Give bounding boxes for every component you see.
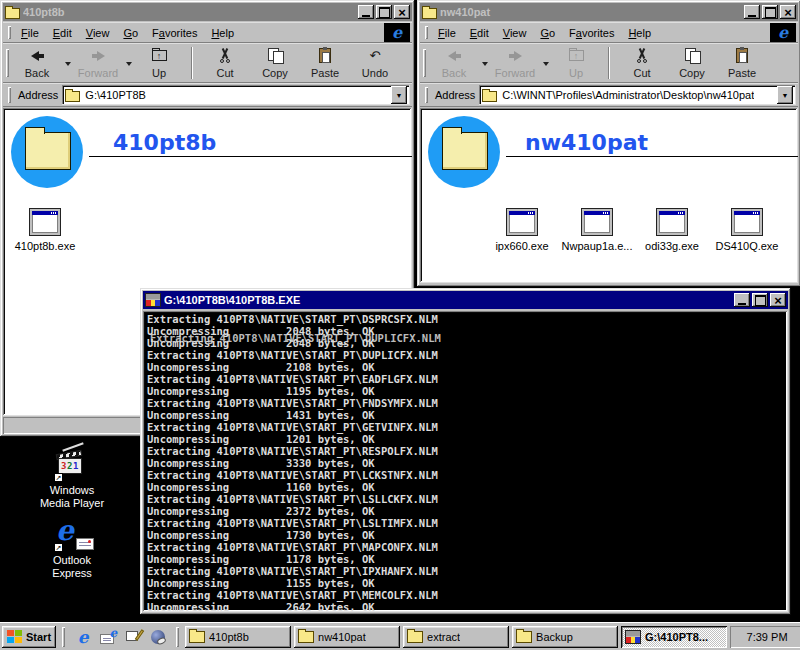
dos-output-line: Uncompressing 2372 bytes, OK xyxy=(147,505,788,517)
taskbar-task-button[interactable]: Backup xyxy=(512,626,618,648)
taskbar-task-button[interactable]: 410pt8b xyxy=(185,626,291,648)
address-bar: Address G:\410PT8B xyxy=(3,83,412,107)
maximize-button[interactable] xyxy=(376,5,392,19)
taskbar-grip[interactable] xyxy=(62,627,65,647)
internet-explorer-icon[interactable] xyxy=(74,628,92,646)
maximize-button[interactable] xyxy=(762,5,778,19)
window-title: G:\410PT8B\410PT8B.EXE xyxy=(164,294,731,306)
menu-item[interactable]: View xyxy=(496,24,534,42)
toolbar-grip[interactable] xyxy=(6,49,9,76)
undo-button[interactable]: Undo xyxy=(350,44,400,82)
shortcut-arrow-icon xyxy=(54,543,63,552)
paste-button[interactable]: Paste xyxy=(717,44,767,82)
menu-item[interactable]: Favorites xyxy=(562,24,621,42)
internet-explorer-logo xyxy=(770,22,796,43)
copy-button[interactable]: Copy xyxy=(250,44,300,82)
menu-item[interactable]: File xyxy=(14,24,46,42)
titlebar[interactable]: nw410pat xyxy=(420,3,798,21)
explorer-window-nw410pat: nw410pat FileEditViewGoFavoritesHelp Bac… xyxy=(417,0,800,287)
file-name: ipx660.exe xyxy=(495,240,548,252)
address-dropdown-button[interactable] xyxy=(391,86,407,104)
menu-item[interactable]: Help xyxy=(621,24,658,42)
minimize-button[interactable] xyxy=(358,5,374,19)
menu-item[interactable]: Go xyxy=(533,24,562,42)
maximize-button[interactable] xyxy=(752,293,768,307)
taskbar-task-button[interactable]: G:\410PT8... xyxy=(621,626,727,648)
minimize-button[interactable] xyxy=(744,5,760,19)
outlook-express-icon[interactable] xyxy=(99,628,117,646)
dos-output-line: Extracting 410PT8\NATIVE\START_PT\GETVIN… xyxy=(147,421,788,433)
taskbar-task-button[interactable]: nw410pat xyxy=(294,626,400,648)
menu-item[interactable]: Favorites xyxy=(145,24,204,42)
menu-item[interactable]: Go xyxy=(116,24,145,42)
address-path: G:\410PT8B xyxy=(85,89,146,101)
titlebar[interactable]: 410pt8b xyxy=(3,3,412,21)
desktop-icon-outlook-express[interactable]: Outlook Express xyxy=(28,518,116,580)
msdos-icon xyxy=(145,293,161,307)
file-name: odi33g.exe xyxy=(645,240,699,252)
view-channels-icon[interactable] xyxy=(149,628,167,646)
menu-item[interactable]: Edit xyxy=(463,24,496,42)
paste-button[interactable]: Paste xyxy=(300,44,350,82)
menu-grip[interactable] xyxy=(425,26,428,40)
address-input[interactable]: G:\410PT8B xyxy=(62,85,410,105)
address-input[interactable]: C:\WINNT\Profiles\Administrator\Desktop\… xyxy=(479,85,796,105)
address-grip[interactable] xyxy=(425,87,428,103)
address-dropdown-button[interactable] xyxy=(777,86,793,104)
copy-icon xyxy=(685,48,700,64)
task-icon xyxy=(516,631,532,643)
desktop-icon-windows-media-player[interactable]: Windows Media Player xyxy=(28,448,116,510)
file-item[interactable]: Nwpaup1a.e... xyxy=(561,208,633,252)
forward-dropdown-icon[interactable] xyxy=(540,44,551,82)
up-button[interactable]: Up xyxy=(134,44,184,82)
menu-item[interactable]: View xyxy=(79,24,117,42)
taskbar-grip[interactable] xyxy=(176,627,179,647)
menu-grip[interactable] xyxy=(8,26,11,40)
back-button[interactable]: Back xyxy=(12,44,62,82)
back-dropdown-icon[interactable] xyxy=(62,44,73,82)
dos-output-line: Extracting 410PT8\NATIVE\START_PT\EADFLG… xyxy=(147,373,788,385)
address-label: Address xyxy=(435,89,475,101)
forward-button[interactable]: Forward xyxy=(490,44,540,82)
toolbar-grip[interactable] xyxy=(423,49,426,76)
copy-button[interactable]: Copy xyxy=(667,44,717,82)
titlebar[interactable]: G:\410PT8B\410PT8B.EXE xyxy=(143,291,788,309)
close-button[interactable] xyxy=(770,293,786,307)
start-button[interactable]: Start xyxy=(2,626,56,648)
task-icon xyxy=(189,631,205,643)
menu-item[interactable]: Help xyxy=(204,24,241,42)
file-item[interactable]: DS410Q.exe xyxy=(711,208,783,252)
toolbar: Back Forward Up Cut Copy Paste Undo xyxy=(3,43,412,83)
close-button[interactable] xyxy=(394,5,410,19)
address-grip[interactable] xyxy=(8,87,11,103)
menu-item[interactable]: File xyxy=(431,24,463,42)
task-icon xyxy=(625,630,641,644)
up-button[interactable]: Up xyxy=(551,44,601,82)
up-folder-icon xyxy=(569,48,584,64)
taskbar-task-button[interactable]: extract xyxy=(403,626,509,648)
file-item[interactable]: odi33g.exe xyxy=(636,208,708,252)
back-button[interactable]: Back xyxy=(429,44,479,82)
dos-output-line: Uncompressing 1431 bytes, OK xyxy=(147,409,788,421)
minimize-button[interactable] xyxy=(734,293,750,307)
address-bar: Address C:\WINNT\Profiles\Administrator\… xyxy=(420,83,798,107)
folder-icon xyxy=(422,8,437,19)
close-button[interactable] xyxy=(780,5,796,19)
file-name: Nwpaup1a.e... xyxy=(562,240,633,252)
file-item[interactable]: ipx660.exe xyxy=(486,208,558,252)
quick-launch xyxy=(71,628,170,646)
folder-banner-graphic xyxy=(428,116,500,188)
dos-output-line: Extracting 410PT8\NATIVE\START_PT\IPXHAN… xyxy=(147,565,788,577)
cut-button[interactable]: Cut xyxy=(617,44,667,82)
up-folder-icon xyxy=(152,48,167,64)
file-item[interactable]: 410pt8b.exe xyxy=(9,208,81,252)
forward-dropdown-icon[interactable] xyxy=(123,44,134,82)
banner-divider xyxy=(506,156,798,157)
forward-button[interactable]: Forward xyxy=(73,44,123,82)
menu-item[interactable]: Edit xyxy=(46,24,79,42)
clock[interactable]: 7:39 PM xyxy=(747,631,788,643)
show-desktop-icon[interactable] xyxy=(124,628,142,646)
back-dropdown-icon[interactable] xyxy=(479,44,490,82)
dos-output-line: Uncompressing 1178 bytes, OK xyxy=(147,553,788,565)
cut-button[interactable]: Cut xyxy=(200,44,250,82)
